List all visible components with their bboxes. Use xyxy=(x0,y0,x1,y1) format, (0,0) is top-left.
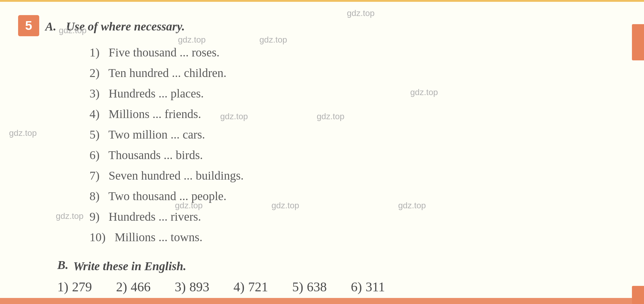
item-text-5: Two million ... cars. xyxy=(108,128,205,141)
item-num-10: 10) xyxy=(78,227,106,248)
list-item-10: 10) Millions ... towns. xyxy=(78,227,626,248)
num-value-6: 311 xyxy=(366,279,385,295)
list-item-7: 7) Seven hundred ... buildings. xyxy=(78,165,626,186)
item-num-1: 1) xyxy=(78,42,100,63)
right-tab-top xyxy=(632,24,644,60)
list-item-8: 8) Two thousand ... people. xyxy=(78,186,626,206)
item-text-3: Hundreds ... places. xyxy=(109,87,204,100)
watermark-8: gdz.top xyxy=(9,128,37,138)
numbers-row: 1) 279 2) 466 3) 893 4) 721 5) 638 6) 31… xyxy=(57,279,626,295)
top-line xyxy=(0,0,644,2)
exercise-header: 5 A. Use of where necessary. xyxy=(18,15,626,36)
num-value-1: 279 xyxy=(72,279,92,295)
item-num-5: 5) xyxy=(78,124,100,145)
exercise-badge: 5 xyxy=(18,15,39,36)
number-item-6: 6) 311 xyxy=(351,279,385,295)
item-num-3: 3) xyxy=(78,83,100,104)
number-item-4: 4) 721 xyxy=(233,279,268,295)
list-item-6: 6) Thousands ... birds. xyxy=(78,145,626,165)
item-num-9: 9) xyxy=(78,206,100,227)
item-text-2: Ten hundred ... children. xyxy=(108,66,227,80)
number-item-3: 3) 893 xyxy=(175,279,209,295)
num-label-5: 5) xyxy=(292,279,303,295)
item-num-6: 6) xyxy=(78,145,100,165)
num-label-6: 6) xyxy=(351,279,362,295)
list-item-4: 4) Millions ... friends. xyxy=(78,104,626,124)
num-value-2: 466 xyxy=(131,279,151,295)
number-item-1: 1) 279 xyxy=(57,279,92,295)
list-item-2: 2) Ten hundred ... children. xyxy=(78,63,626,83)
section-b-header: B. Write these in English. xyxy=(57,257,626,273)
number-item-5: 5) 638 xyxy=(292,279,327,295)
section-b: B. Write these in English. 1) 279 2) 466… xyxy=(57,257,626,295)
number-item-2: 2) 466 xyxy=(116,279,151,295)
item-text-1: Five thousand ... roses. xyxy=(109,46,220,59)
num-value-4: 721 xyxy=(248,279,268,295)
list-item-9: 9) Hundreds ... rivers. xyxy=(78,206,626,227)
item-num-4: 4) xyxy=(78,104,100,124)
item-text-8: Two thousand ... people. xyxy=(108,189,227,203)
item-text-6: Thousands ... birds. xyxy=(108,148,203,162)
section-a-label: A. xyxy=(45,19,56,34)
item-num-8: 8) xyxy=(78,186,100,206)
section-a-list: 1) Five thousand ... roses. 2) Ten hundr… xyxy=(78,42,626,248)
list-item-3: 3) Hundreds ... places. xyxy=(78,83,626,104)
bottom-bar xyxy=(0,298,644,304)
num-label-3: 3) xyxy=(175,279,186,295)
num-label-4: 4) xyxy=(233,279,245,295)
num-value-5: 638 xyxy=(307,279,327,295)
item-text-9: Hundreds ... rivers. xyxy=(109,210,201,223)
section-b-label: B. xyxy=(57,258,68,272)
item-text-10: Millions ... towns. xyxy=(115,230,202,244)
list-item-5: 5) Two million ... cars. xyxy=(78,124,626,145)
num-label-1: 1) xyxy=(57,279,68,295)
item-text-4: Millions ... friends. xyxy=(109,107,201,121)
item-text-7: Seven hundred ... buildings. xyxy=(109,169,244,182)
list-item-1: 1) Five thousand ... roses. xyxy=(78,42,626,63)
page-container: gdz.top gdz.top gdz.top gdz.top gdz.top … xyxy=(0,0,644,304)
item-num-2: 2) xyxy=(78,63,100,83)
section-b-instruction: Write these in English. xyxy=(73,257,186,273)
section-a-instruction: Use of where necessary. xyxy=(66,17,185,34)
num-value-3: 893 xyxy=(189,279,209,295)
item-num-7: 7) xyxy=(78,165,100,186)
num-label-2: 2) xyxy=(116,279,127,295)
